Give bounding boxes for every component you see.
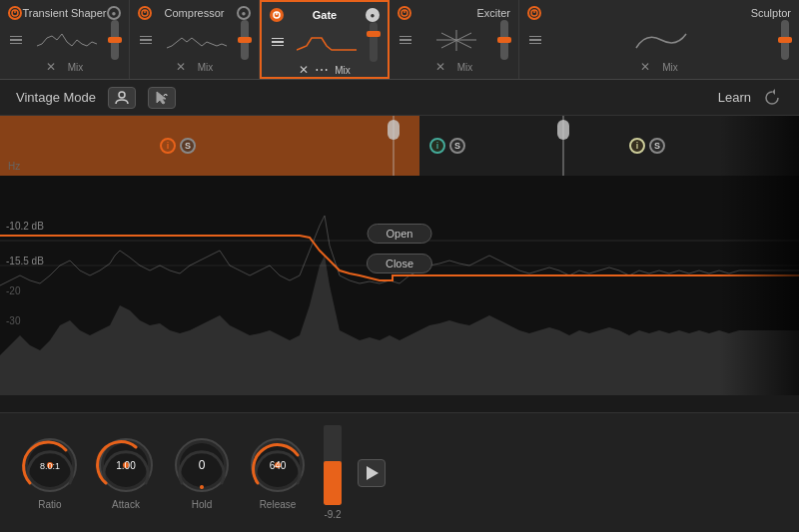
hz-label: Hz — [8, 161, 20, 172]
plugin-power-gate[interactable] — [270, 8, 284, 22]
knob-group-release: 640 Release — [248, 435, 308, 510]
hamburger-icon-sculptor[interactable] — [529, 36, 541, 45]
fader-gate[interactable] — [370, 22, 378, 62]
svg-text:640: 640 — [270, 460, 287, 471]
fader-exciter[interactable] — [500, 20, 508, 60]
knob-hold[interactable]: 0 — [172, 435, 232, 495]
knob-label-release: Release — [260, 499, 297, 510]
person-svg — [114, 90, 130, 106]
hamburger-icon-compressor[interactable] — [140, 36, 152, 45]
marker-circle-green-2[interactable]: i — [429, 138, 445, 154]
svg-text:8.0:1: 8.0:1 — [40, 461, 60, 471]
hamburger-icon-transient[interactable] — [10, 36, 22, 45]
freq-band-orange — [0, 116, 419, 176]
plugin-power-compressor[interactable] — [138, 6, 152, 20]
plugin-name-sculptor: Sculptor — [751, 7, 791, 19]
knob-label-hold: Hold — [192, 499, 213, 510]
play-button[interactable] — [358, 459, 386, 487]
vintage-cursor-icon[interactable] — [148, 87, 176, 109]
close-compressor[interactable]: ✕ — [176, 60, 186, 74]
meter-value: -9.2 — [324, 509, 341, 520]
marker-circle-yellow-3[interactable]: i — [629, 138, 645, 154]
dots-gate[interactable]: ⋯ — [315, 62, 329, 78]
knob-attack[interactable]: 1.00 — [96, 435, 156, 495]
plugin-slot-transient-shaper[interactable]: Transient Shaper ● ✕ Mix — [0, 0, 130, 79]
knob-release-svg: 640 — [248, 435, 308, 495]
close-transient[interactable]: ✕ — [46, 60, 56, 74]
plugin-slot-exciter[interactable]: Exciter ✕ Mix — [390, 0, 519, 79]
main-visualization: i S i S i S Hz -10.2 dB -15.5 dB -20 -30 — [0, 116, 799, 395]
marker-circle-s-1[interactable]: S — [180, 138, 196, 154]
plugin-power-transient-shaper[interactable] — [8, 6, 22, 20]
svg-point-27 — [200, 485, 204, 489]
mix-label-gate: Mix — [335, 65, 351, 76]
meter-bar — [324, 425, 342, 505]
knob-attack-svg: 1.00 — [96, 435, 156, 495]
plugin-slot-sculptor[interactable]: Sculptor ✕ Mix — [519, 0, 799, 79]
plugin-toggle-compressor[interactable]: ● — [237, 6, 251, 20]
knob-ratio-svg: 8.0:1 — [20, 435, 80, 495]
plugin-bar: Transient Shaper ● ✕ Mix — [0, 0, 799, 80]
play-icon — [367, 466, 379, 480]
mix-label-sculptor: Mix — [662, 62, 678, 73]
fader-compressor[interactable] — [241, 20, 249, 60]
mix-label-exciter: Mix — [457, 62, 473, 73]
mix-label-compressor: Mix — [198, 62, 214, 73]
fader-transient[interactable] — [111, 20, 119, 60]
knob-group-ratio: 8.0:1 Ratio — [20, 435, 80, 510]
fader-sculptor[interactable] — [781, 20, 789, 60]
close-exciter[interactable]: ✕ — [435, 60, 445, 74]
plugin-slot-gate[interactable]: Gate ● ✕ ⋯ Mix — [260, 0, 390, 79]
knob-label-ratio: Ratio — [38, 499, 61, 510]
vintage-person-icon[interactable] — [108, 87, 136, 109]
knob-hold-svg: 0 — [172, 435, 232, 495]
band-marker-3: i S — [629, 138, 665, 154]
plugin-slot-compressor[interactable]: Compressor ● ✕ Mix — [130, 0, 260, 79]
knob-release[interactable]: 640 — [248, 435, 308, 495]
bottom-controls: 8.0:1 Ratio 1.00 Attack — [0, 412, 799, 532]
open-button[interactable]: Open — [368, 224, 432, 244]
cursor-svg — [154, 90, 170, 106]
waveform-gate — [297, 30, 357, 55]
freq-bands: i S i S i S Hz — [0, 116, 799, 176]
plugin-toggle-transient-shaper[interactable]: ● — [107, 6, 121, 20]
learn-button[interactable]: Learn — [718, 90, 751, 105]
knob-group-hold: 0 Hold — [172, 435, 232, 510]
vintage-mode-label: Vintage Mode — [16, 90, 96, 105]
svg-text:1.00: 1.00 — [116, 460, 136, 471]
plugin-name-exciter: Exciter — [476, 7, 510, 19]
marker-circle-orange-1[interactable]: i — [160, 138, 176, 154]
refresh-button[interactable] — [761, 87, 783, 109]
vintage-bar: Vintage Mode Learn — [0, 80, 799, 116]
plugin-name-transient-shaper: Transient Shaper — [23, 7, 107, 19]
waveform-sculptor — [631, 28, 691, 53]
vintage-left: Vintage Mode — [16, 87, 176, 109]
knob-group-attack: 1.00 Attack — [96, 435, 156, 510]
knob-ratio[interactable]: 8.0:1 — [20, 435, 80, 495]
hamburger-icon-gate[interactable] — [272, 38, 284, 47]
hamburger-icon-exciter[interactable] — [400, 36, 411, 45]
refresh-icon — [763, 89, 781, 107]
plugin-name-compressor: Compressor — [165, 7, 225, 19]
waveform-exciter — [426, 28, 486, 53]
vintage-right: Learn — [718, 87, 783, 109]
close-sculptor[interactable]: ✕ — [640, 60, 650, 74]
level-meter: -9.2 — [324, 425, 342, 520]
marker-circle-s-3[interactable]: S — [649, 138, 665, 154]
plugin-toggle-gate[interactable]: ● — [366, 8, 380, 22]
plugin-power-sculptor[interactable] — [527, 6, 541, 20]
waveform-svg — [0, 176, 799, 395]
mix-label-transient: Mix — [68, 62, 84, 73]
band-marker-2: i S — [429, 138, 465, 154]
plugin-power-exciter[interactable] — [398, 6, 411, 20]
waveform-area: -10.2 dB -15.5 dB -20 -30 Open Close — [0, 176, 799, 395]
close-gate[interactable]: ✕ — [299, 63, 309, 77]
marker-circle-s-2[interactable]: S — [449, 138, 465, 154]
svg-point-14 — [119, 92, 125, 98]
waveform-compressor — [167, 28, 227, 53]
band-marker-1: i S — [160, 138, 196, 154]
waveform-transient — [37, 28, 97, 53]
svg-text:0: 0 — [199, 458, 206, 472]
meter-fill — [324, 461, 342, 505]
close-button[interactable]: Close — [367, 254, 432, 273]
